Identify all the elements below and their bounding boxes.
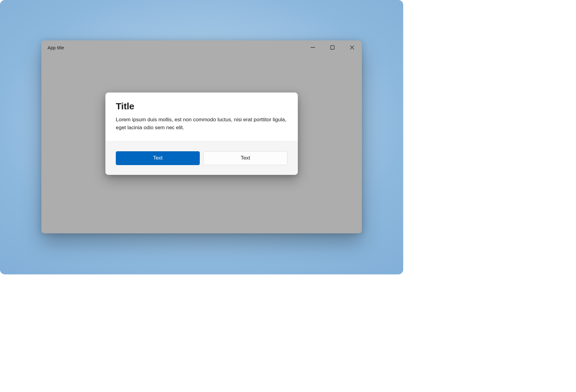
dialog-actions: Text Text [105, 141, 298, 175]
app-window: App title Title Lorem ipsum duis mollis,… [41, 40, 362, 233]
close-icon [350, 45, 354, 50]
caption-buttons [303, 40, 362, 55]
minimize-icon [311, 45, 315, 50]
svg-rect-1 [331, 46, 334, 49]
minimize-button[interactable] [303, 40, 323, 55]
dialog-title: Title [116, 101, 287, 111]
maximize-button[interactable] [323, 40, 342, 55]
dialog-content: Lorem ipsum duis mollis, est non commodo… [116, 116, 287, 132]
dialog-body: Title Lorem ipsum duis mollis, est non c… [105, 92, 298, 141]
title-bar[interactable]: App title [41, 40, 362, 55]
maximize-icon [330, 45, 335, 50]
content-dialog: Title Lorem ipsum duis mollis, est non c… [105, 92, 298, 175]
dialog-primary-button[interactable]: Text [116, 151, 200, 165]
close-button[interactable] [342, 40, 362, 55]
dialog-secondary-button[interactable]: Text [203, 151, 287, 165]
app-title: App title [47, 45, 64, 50]
